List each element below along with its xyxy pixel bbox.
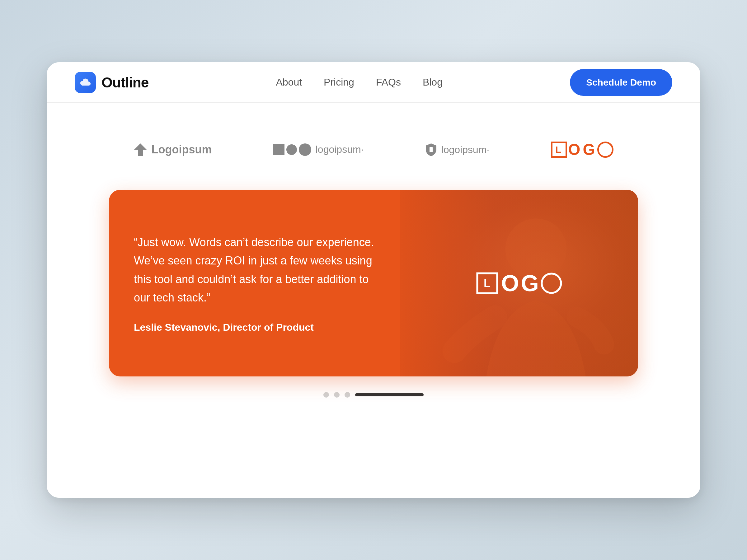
testimonial-card: “Just wow. Words can’t describe our expe… bbox=[109, 190, 638, 376]
wm-g: G bbox=[521, 270, 541, 296]
partner-logo-3: logoipsum· bbox=[425, 143, 490, 157]
svg-rect-1 bbox=[430, 147, 433, 152]
partner-logo-1: Logoipsum bbox=[133, 143, 212, 157]
navbar: Outline About Pricing FAQs Blog Schedule… bbox=[47, 62, 700, 103]
scroll-bar[interactable] bbox=[355, 393, 423, 396]
logo3-text: logoipsum· bbox=[441, 144, 490, 156]
main-content: Logoipsum logoipsum· logoipsu bbox=[47, 103, 700, 498]
scroll-indicator bbox=[324, 392, 423, 398]
scroll-dot-2[interactable] bbox=[334, 392, 340, 398]
testimonial-text-area: “Just wow. Words can’t describe our expe… bbox=[109, 190, 400, 376]
partner-logo-4: L O G bbox=[551, 141, 614, 159]
wm-box-l: L bbox=[476, 272, 498, 294]
logo2-shapes bbox=[273, 143, 311, 156]
scroll-dot-1[interactable] bbox=[324, 392, 329, 398]
logo2-circle-small bbox=[286, 144, 297, 155]
logo2-text: logoipsum· bbox=[316, 144, 364, 155]
scroll-dot-3[interactable] bbox=[344, 392, 350, 398]
logo4-g: G bbox=[583, 141, 596, 159]
nav-pricing[interactable]: Pricing bbox=[324, 77, 354, 88]
logo2-text-block: logoipsum· bbox=[316, 144, 364, 155]
logo4-full: L O G bbox=[551, 141, 614, 159]
logo-area: Outline bbox=[75, 72, 149, 93]
logo2-square bbox=[273, 144, 284, 155]
app-logo-icon bbox=[75, 72, 96, 93]
schedule-demo-button[interactable]: Schedule Demo bbox=[570, 69, 672, 96]
wm-o2 bbox=[541, 272, 562, 294]
testimonial-quote: “Just wow. Words can’t describe our expe… bbox=[134, 233, 375, 307]
logo1-icon bbox=[133, 143, 147, 157]
logo3-shield-icon bbox=[425, 143, 437, 157]
nav-blog[interactable]: Blog bbox=[423, 77, 443, 88]
logo1-text: Logoipsum bbox=[152, 143, 212, 156]
partner-logo-bar: Logoipsum logoipsum· logoipsu bbox=[78, 128, 669, 171]
logo2-circle-large bbox=[299, 143, 311, 156]
testimonial-author: Leslie Stevanovic, Director of Product bbox=[134, 322, 375, 333]
logo4-box: L bbox=[551, 141, 567, 158]
wm-o1: O bbox=[501, 270, 521, 296]
nav-about[interactable]: About bbox=[276, 77, 302, 88]
testimonial-image-area: L O G bbox=[400, 190, 638, 376]
browser-window: Outline About Pricing FAQs Blog Schedule… bbox=[47, 62, 700, 498]
testimonial-logo-watermark: L O G bbox=[476, 270, 562, 296]
partner-logo-2: logoipsum· bbox=[273, 143, 364, 156]
wm-text: O G bbox=[501, 270, 562, 296]
svg-marker-0 bbox=[134, 143, 147, 156]
logo4-o1: O bbox=[568, 141, 582, 159]
nav-links: About Pricing FAQs Blog bbox=[276, 77, 443, 88]
logo-text: Outline bbox=[101, 74, 149, 91]
logo4-o2-circle bbox=[597, 141, 614, 158]
cloud-icon bbox=[79, 76, 92, 89]
nav-faqs[interactable]: FAQs bbox=[376, 77, 401, 88]
